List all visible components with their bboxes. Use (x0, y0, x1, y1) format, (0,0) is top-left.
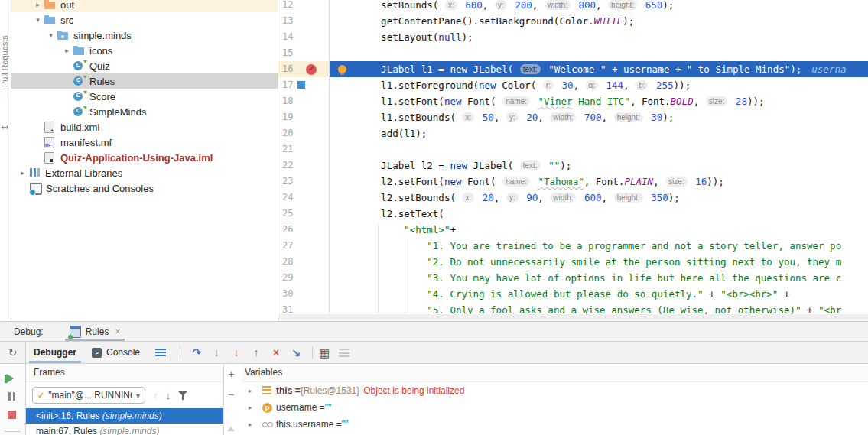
code-line-22[interactable]: 22 JLabel l2 = new JLabel( text: ""); (278, 157, 868, 174)
line-number[interactable]: 16✓ (278, 61, 330, 77)
line-number[interactable]: 12 (278, 0, 330, 13)
code-text[interactable]: JLabel l1 = new JLabel( text: "Welcome "… (330, 61, 868, 77)
code-line-28[interactable]: 28 "2. Do not unnecessarily smile at the… (278, 254, 868, 270)
next-frame-icon[interactable]: ↓ (166, 390, 171, 401)
code-line-24[interactable]: 24 l2.setBounds( x: 20, y: 90, width: 60… (278, 190, 868, 206)
code-text[interactable]: JLabel l2 = new JLabel( text: ""); (330, 157, 868, 174)
rerun-button[interactable]: ↻ (0, 342, 26, 363)
variable-row[interactable]: ▸this.username = "" (242, 416, 868, 433)
tree-item-src[interactable]: ▾src (11, 12, 278, 28)
tab-debugger[interactable]: Debugger (26, 342, 84, 363)
tree-item-quiz-application-using-java-iml[interactable]: Quiz-Application-Using-Java.iml (11, 150, 278, 165)
code-line-23[interactable]: 23 l2.setFont(new Font( name: "Tahoma", … (278, 174, 868, 190)
tree-item-manifest-mf[interactable]: manifest.mf (11, 135, 278, 150)
code-line-13[interactable]: 13 getContentPane().setBackground(Color.… (278, 13, 868, 29)
tree-item-build-xml[interactable]: build.xml (11, 119, 278, 135)
code-text[interactable]: "4. Crying is allowed but please do so q… (330, 286, 868, 302)
tree-item-rules[interactable]: Rules (11, 73, 278, 89)
code-text[interactable]: l1.setBounds( x: 50, y: 20, width: 700, … (330, 109, 868, 125)
line-number[interactable]: 25 (278, 206, 330, 222)
code-text[interactable]: l2.setFont(new Font( name: "Tahoma", Fon… (330, 174, 868, 190)
scroll-up-icon[interactable] (227, 427, 235, 431)
code-text[interactable]: l2.setText( (330, 206, 868, 222)
debug-session-tab[interactable]: Rules × (65, 322, 125, 341)
drop-frame-icon[interactable]: × (266, 347, 286, 358)
code-text[interactable]: l2.setBounds( x: 20, y: 90, width: 600, … (330, 190, 868, 206)
step-over-icon[interactable]: ↷ (187, 347, 206, 358)
tab-console[interactable]: > Console (84, 342, 148, 363)
code-text[interactable] (330, 45, 868, 61)
variable-row[interactable]: ▸this = {Rules@1531}Object is being init… (242, 382, 868, 399)
remove-watch-button[interactable]: − (228, 388, 235, 400)
chevron-collapsed-icon[interactable]: ▸ (242, 387, 262, 394)
line-number[interactable]: 20 (278, 125, 330, 141)
threads-menu-icon[interactable] (155, 349, 166, 356)
prev-frame-icon[interactable]: ↑ (153, 390, 158, 401)
step-into-icon[interactable]: ↓ (206, 347, 226, 358)
chevron-collapsed-icon[interactable]: ▸ (31, 1, 44, 8)
thread-selector[interactable]: ✓ "main"@... RUNNING ▾ (32, 387, 145, 404)
evaluate-table-icon[interactable]: ▦ (319, 347, 330, 359)
pause-icon[interactable] (8, 392, 11, 401)
code-text[interactable]: l1.setForeground(new Color( r: 30, g: 14… (330, 77, 868, 93)
chevron-expanded-icon[interactable]: ▾ (31, 16, 44, 24)
line-number[interactable]: 19 (278, 109, 330, 125)
pull-requests-icon[interactable]: ↤ (1, 122, 8, 132)
tree-item-simple-minds[interactable]: ▾simple.minds (11, 28, 278, 43)
code-line-15[interactable]: 15 (278, 45, 868, 61)
line-number[interactable]: 29 (278, 270, 330, 286)
code-text[interactable]: l1.setFont(new Font( name: "Viner Hand I… (330, 93, 868, 109)
horizontal-scrollbar[interactable] (278, 314, 868, 321)
code-text[interactable]: setLayout(null); (330, 29, 868, 45)
line-number[interactable]: 17 (278, 77, 330, 93)
code-line-30[interactable]: 30 "4. Crying is allowed but please do s… (278, 286, 868, 302)
code-text[interactable]: "3. You may have lot of options in life … (330, 270, 868, 286)
stop-icon[interactable] (8, 411, 16, 419)
close-icon[interactable]: × (115, 326, 120, 337)
frame-row[interactable]: main:67, Rules (simple.minds) (26, 424, 223, 435)
tree-item-external-libraries[interactable]: ▸External Libraries (11, 165, 278, 180)
code-text[interactable]: setBounds( x: 600, y: 200, width: 800, h… (330, 0, 868, 13)
chevron-collapsed-icon[interactable]: ▸ (242, 420, 262, 428)
code-text[interactable]: add(l1); (330, 125, 868, 141)
resume-icon[interactable] (7, 374, 14, 383)
code-line-19[interactable]: 19 l1.setBounds( x: 50, y: 20, width: 70… (278, 109, 868, 125)
filter-icon[interactable] (178, 391, 187, 400)
line-number[interactable]: 27 (278, 238, 330, 254)
layout-settings-icon[interactable] (339, 349, 349, 357)
line-number[interactable]: 14 (278, 29, 330, 45)
line-number[interactable]: 15 (278, 45, 330, 61)
code-line-17[interactable]: 17 l1.setForeground(new Color( r: 30, g:… (278, 77, 868, 93)
code-text[interactable]: getContentPane().setBackground(Color.WHI… (330, 13, 868, 29)
code-line-16[interactable]: 16✓ JLabel l1 = new JLabel( text: "Welco… (278, 61, 868, 77)
force-step-into-icon[interactable]: ↓ (226, 347, 246, 358)
line-number[interactable]: 22 (278, 157, 330, 174)
run-to-cursor-icon[interactable]: ↘ (286, 347, 306, 358)
line-number[interactable]: 23 (278, 174, 330, 190)
chevron-expanded-icon[interactable]: ▾ (44, 31, 57, 39)
code-line-18[interactable]: 18 l1.setFont(new Font( name: "Viner Han… (278, 93, 868, 109)
code-text[interactable]: "<html>"+ (330, 222, 868, 238)
line-number[interactable]: 26 (278, 222, 330, 238)
line-number[interactable]: 24 (278, 190, 330, 206)
line-number[interactable]: 30 (278, 286, 330, 302)
code-line-29[interactable]: 29 "3. You may have lot of options in li… (278, 270, 868, 286)
code-text[interactable] (330, 141, 868, 157)
chevron-collapsed-icon[interactable]: ▸ (60, 47, 73, 54)
tree-item-simpleminds[interactable]: SimpleMinds (11, 104, 278, 119)
bookmark-icon[interactable] (297, 81, 305, 89)
chevron-collapsed-icon[interactable]: ▸ (242, 404, 262, 411)
variable-row[interactable]: ▸pusername = "" (242, 399, 868, 416)
line-number[interactable]: 18 (278, 93, 330, 109)
code-line-21[interactable]: 21 (278, 141, 868, 157)
add-watch-button[interactable]: + (228, 368, 235, 379)
intention-bulb-icon[interactable] (338, 65, 346, 73)
code-line-26[interactable]: 26 "<html>"+ (278, 222, 868, 238)
code-text[interactable]: "2. Do not unnecessarily smile at the pe… (330, 254, 868, 270)
code-text[interactable]: "1. You are trained to be a programmer a… (330, 238, 868, 254)
pull-requests-tool-button[interactable]: Pull Requests (0, 0, 11, 87)
tree-item-out[interactable]: ▸out (11, 0, 278, 12)
breakpoint-icon[interactable]: ✓ (306, 64, 317, 75)
code-line-14[interactable]: 14 setLayout(null); (278, 29, 868, 45)
line-number[interactable]: 13 (278, 13, 330, 29)
